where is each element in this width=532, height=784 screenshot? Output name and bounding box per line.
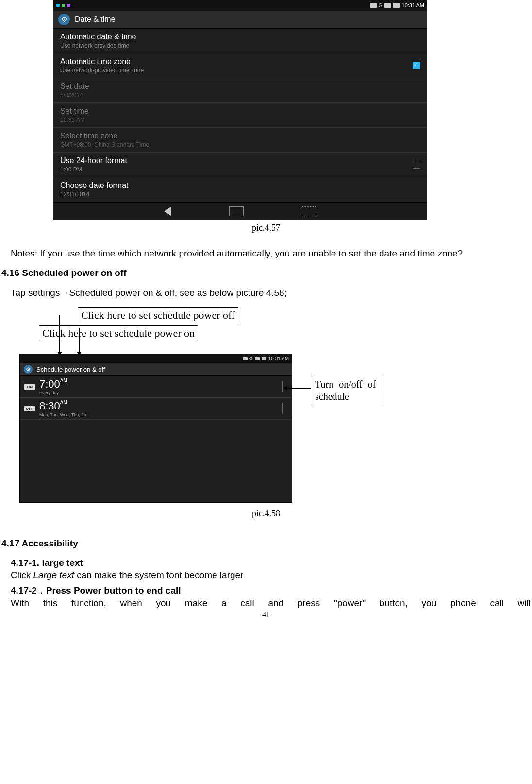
row-label: Select time zone bbox=[60, 132, 149, 140]
text-span: can make the system font become larger bbox=[74, 570, 244, 580]
row-sub: Use network-provided time zone bbox=[60, 67, 144, 74]
page-title: Date & time bbox=[75, 15, 116, 24]
caption-457: pic.4.57 bbox=[0, 223, 532, 233]
time-on: 7:00 bbox=[39, 378, 60, 390]
status-dot-green bbox=[62, 4, 65, 7]
badge-off: OFF bbox=[24, 406, 35, 411]
checkbox-schedule-off[interactable] bbox=[282, 403, 283, 414]
heading-4172: 4.17-2．Press Power button to end call bbox=[11, 584, 532, 597]
repeat-on: Every day bbox=[39, 391, 67, 395]
annotation-turn-onoff: Turn on/off of schedule bbox=[311, 376, 382, 405]
row-sub: 10:31 AM bbox=[60, 117, 89, 123]
row-set-time: Set time 10:31 AM bbox=[53, 103, 427, 128]
badge-on: ON bbox=[24, 384, 35, 390]
para-4172: With this function, when you make a call… bbox=[0, 598, 532, 609]
signal-label: G bbox=[249, 356, 253, 361]
screenshot-schedule-power: G 10:31 AM ⚙ Schedule power on & off ON … bbox=[19, 354, 292, 503]
signal-icon bbox=[384, 3, 391, 8]
row-24h-format[interactable]: Use 24-hour format 1:00 PM bbox=[53, 153, 427, 177]
figure-458-container: Click here to set schedule power off Cli… bbox=[19, 307, 447, 503]
battery-icon bbox=[262, 357, 266, 360]
row-select-tz: Select time zone GMT+08:00, China Standa… bbox=[53, 128, 427, 153]
row-label: Set time bbox=[60, 107, 89, 116]
page-number: 41 bbox=[0, 611, 532, 619]
annotation-power-on: Click here to set schedule power on bbox=[39, 325, 198, 341]
checkbox-schedule-on[interactable] bbox=[282, 381, 283, 392]
schedule-off-row[interactable]: OFF 8:30AM Mon, Tue, Wed, Thu, Fri bbox=[20, 398, 292, 420]
heading-417: 4.17 Accessibility bbox=[0, 538, 532, 549]
checkbox-24h[interactable] bbox=[413, 161, 420, 169]
home-icon[interactable] bbox=[229, 206, 244, 216]
status-right: G 10:31 AM bbox=[370, 2, 424, 8]
clock-label: 10:31 AM bbox=[268, 356, 289, 361]
row-sub: 1:00 PM bbox=[60, 166, 127, 173]
android-nav-bar bbox=[53, 202, 427, 220]
row-date-format[interactable]: Choose date format 12/31/2014 bbox=[53, 177, 427, 202]
status-bar: G 10:31 AM bbox=[20, 354, 292, 363]
notes-paragraph: Notes: If you use the time which network… bbox=[0, 248, 532, 260]
arrow-down-icon bbox=[59, 315, 60, 353]
settings-gear-icon[interactable]: ⚙ bbox=[24, 365, 33, 374]
text-span: Click bbox=[11, 570, 33, 580]
row-sub: 12/31/2014 bbox=[60, 191, 129, 198]
settings-gear-icon[interactable]: ⚙ bbox=[58, 14, 70, 25]
checkbox-auto-tz[interactable] bbox=[413, 62, 420, 69]
row-label: Choose date format bbox=[60, 181, 129, 190]
schedule-on-row[interactable]: ON 7:00AM Every day bbox=[20, 376, 292, 398]
row-label: Automatic time zone bbox=[60, 57, 144, 66]
repeat-off: Mon, Tue, Wed, Thu, Fri bbox=[39, 412, 86, 417]
para-416: Tap settings→Scheduled power on & off, s… bbox=[0, 287, 532, 299]
row-label: Automatic date & time bbox=[60, 33, 136, 41]
row-auto-date-time[interactable]: Automatic date & time Use network provid… bbox=[53, 29, 427, 53]
status-dot-blue bbox=[56, 4, 60, 7]
blank-area bbox=[20, 420, 292, 502]
status-bar: G 10:31 AM bbox=[53, 0, 427, 11]
heading-416: 4.16 Scheduled power on off bbox=[0, 268, 532, 278]
row-sub: Use network provided time bbox=[60, 42, 136, 49]
large-text-italic: Large text bbox=[33, 570, 74, 580]
signal-icon bbox=[255, 357, 260, 360]
annotation-power-off: Click here to set schedule power off bbox=[78, 307, 238, 323]
status-left bbox=[56, 4, 70, 7]
row-set-date: Set date 5/8/2014 bbox=[53, 78, 427, 103]
row-sub: 5/8/2014 bbox=[60, 92, 89, 99]
caption-458: pic.4.58 bbox=[0, 509, 532, 519]
arrow-left-icon bbox=[286, 388, 311, 389]
row-label: Set date bbox=[60, 82, 89, 91]
clock-label: 10:31 AM bbox=[402, 2, 424, 8]
title-bar: ⚙ Date & time bbox=[53, 11, 427, 29]
back-icon[interactable] bbox=[164, 207, 171, 216]
ampm-on: AM bbox=[60, 378, 67, 383]
battery-icon bbox=[393, 3, 400, 8]
recent-apps-icon[interactable] bbox=[302, 206, 316, 216]
status-dot-purple bbox=[67, 4, 70, 7]
page-title: Schedule power on & off bbox=[36, 366, 105, 373]
para-4171: Click Large text can make the system fon… bbox=[0, 569, 532, 581]
wifi-icon bbox=[243, 357, 248, 360]
heading-4171: 4.17-1. large text bbox=[11, 558, 532, 568]
signal-label: G bbox=[379, 3, 382, 8]
row-auto-time-zone[interactable]: Automatic time zone Use network-provided… bbox=[53, 53, 427, 78]
time-off: 8:30 bbox=[39, 400, 60, 412]
ampm-off: AM bbox=[60, 400, 67, 405]
wifi-icon bbox=[370, 3, 377, 8]
arrow-down-icon bbox=[79, 328, 80, 353]
screenshot-date-time: G 10:31 AM ⚙ Date & time Automatic date … bbox=[53, 0, 427, 220]
row-sub: GMT+08:00, China Standard Time bbox=[60, 141, 149, 148]
title-bar: ⚙ Schedule power on & off bbox=[20, 363, 292, 376]
row-label: Use 24-hour format bbox=[60, 156, 127, 165]
